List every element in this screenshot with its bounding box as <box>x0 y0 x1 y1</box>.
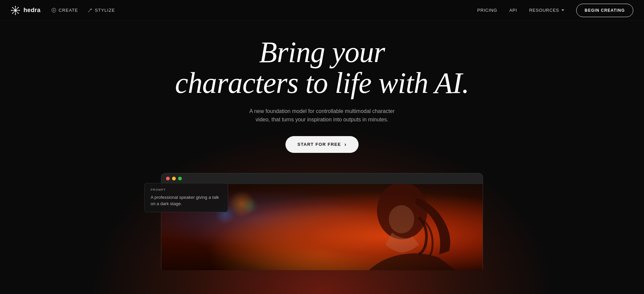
svg-point-9 <box>12 7 13 8</box>
resources-chevron-icon <box>561 9 564 11</box>
hedra-logo-icon <box>11 6 20 15</box>
hero-subtitle: A new foundation model for controllable … <box>241 107 402 124</box>
nav-links: CREATE STYLIZE <box>51 8 115 13</box>
prompt-text: A professional speaker giving a talk on … <box>151 194 222 207</box>
person-silhouette-svg <box>315 184 456 270</box>
begin-creating-button[interactable]: BEGIN CREATING <box>576 4 633 17</box>
svg-point-11 <box>18 7 19 8</box>
prompt-label: PROMPT <box>151 188 222 191</box>
prompt-card: PROMPT A professional speaker giving a t… <box>144 183 228 212</box>
nav-stylize-link[interactable]: STYLIZE <box>88 8 115 13</box>
logo[interactable]: hedra <box>11 6 41 15</box>
navbar: hedra CREATE STYLIZE <box>0 0 644 21</box>
svg-point-8 <box>19 10 20 11</box>
logo-text: hedra <box>23 7 41 14</box>
hero-section: Bring your characters to life with AI. A… <box>0 0 644 294</box>
svg-point-12 <box>12 13 13 14</box>
svg-point-10 <box>18 13 19 14</box>
nav-pricing-link[interactable]: PRICING <box>477 8 497 13</box>
nav-left: hedra CREATE STYLIZE <box>11 6 115 15</box>
window-minimize-dot <box>172 177 176 180</box>
nav-right-links: PRICING API RESOURCES <box>477 8 564 13</box>
nav-resources-link[interactable]: RESOURCES <box>529 8 564 13</box>
particle-glow-3 <box>242 197 259 214</box>
nav-api-link[interactable]: API <box>509 8 517 13</box>
window-close-dot <box>166 177 170 180</box>
svg-point-17 <box>389 205 414 233</box>
create-icon <box>51 8 56 13</box>
demo-window-wrapper: PROMPT A professional speaker giving a t… <box>161 173 483 270</box>
nav-create-link[interactable]: CREATE <box>51 8 78 13</box>
svg-point-6 <box>15 14 16 15</box>
start-for-free-button[interactable]: START FOR FREE › <box>285 136 359 153</box>
nav-right: PRICING API RESOURCES BEGIN CREATING <box>477 4 633 17</box>
window-maximize-dot <box>178 177 182 180</box>
arrow-icon: › <box>344 141 347 148</box>
stylize-icon <box>88 8 93 13</box>
window-titlebar <box>161 173 483 184</box>
svg-point-7 <box>11 10 12 11</box>
hero-title: Bring your characters to life with AI. <box>175 37 469 99</box>
demo-prompt-overlay: PROMPT A professional speaker giving a t… <box>144 183 228 212</box>
hero-content: Bring your characters to life with AI. A… <box>175 37 469 173</box>
svg-point-5 <box>15 6 16 7</box>
